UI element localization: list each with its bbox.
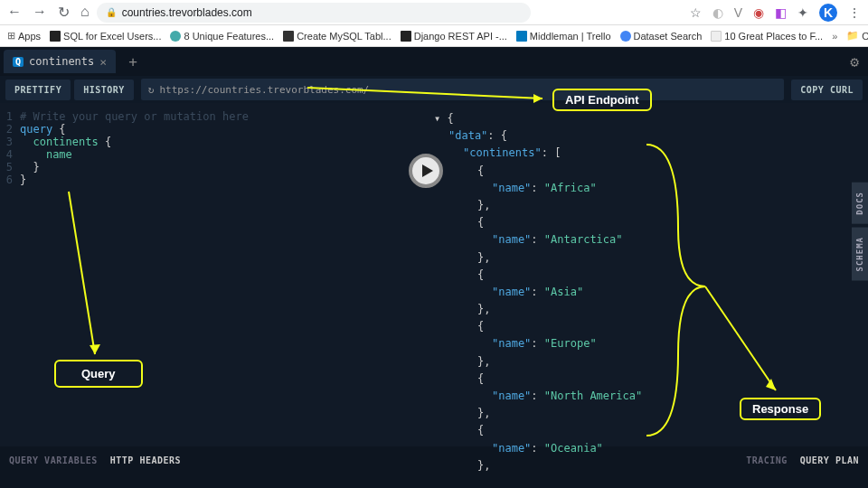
bookmark-item[interactable]: 10 Great Places to F... <box>711 31 823 42</box>
tab-label: continents <box>29 55 94 68</box>
response-pane: ▾ {"data": {"continents": [{"name": "Afr… <box>425 103 868 446</box>
panes: 1# Write your query or mutation here2que… <box>0 103 868 446</box>
add-tab-button[interactable]: + <box>121 50 145 73</box>
forward-icon[interactable]: → <box>33 4 47 21</box>
prettify-button[interactable]: PRETTIFY <box>5 80 71 100</box>
endpoint-text: https://countries.trevorblades.com/ <box>159 84 369 96</box>
menu-icon[interactable]: ⋮ <box>848 5 861 20</box>
ext-icon[interactable]: ◐ <box>712 5 723 20</box>
other-bookmarks[interactable]: 📁Other bookmarks <box>846 30 868 42</box>
annotation-endpoint: API Endpoint <box>552 89 652 111</box>
apps-button[interactable]: ⊞Apps <box>7 30 41 42</box>
schema-tab[interactable]: SCHEMA <box>852 228 868 281</box>
docs-tab[interactable]: DOCS <box>852 183 868 224</box>
profile-avatar[interactable]: K <box>819 4 837 22</box>
query-tab[interactable]: Q continents × <box>4 50 116 73</box>
tab-row: Q continents × + ⚙ <box>0 47 868 76</box>
overflow-icon[interactable]: » <box>832 31 837 42</box>
back-icon[interactable]: ← <box>7 4 22 21</box>
home-icon[interactable]: ⌂ <box>80 4 90 21</box>
browser-address-bar: ← → ↻ ⌂ 🔒 countries.trevorblades.com ☆ ◐… <box>0 0 868 25</box>
close-icon[interactable]: × <box>99 55 107 69</box>
query-editor[interactable]: 1# Write your query or mutation here2que… <box>0 103 425 446</box>
graphql-playground: Q continents × + ⚙ PRETTIFY HISTORY ↻ ht… <box>0 47 868 488</box>
bookmark-item[interactable]: SQL for Excel Users... <box>50 31 161 42</box>
folder-icon: 📁 <box>846 30 859 42</box>
reload-icon: ↻ <box>148 84 155 96</box>
gear-icon[interactable]: ⚙ <box>850 53 859 70</box>
chrome-actions: ☆ ◐ V ◉ ◧ ✦ K ⋮ <box>690 4 861 22</box>
lock-icon: 🔒 <box>106 7 117 17</box>
side-tabs: DOCS SCHEMA <box>852 183 868 280</box>
query-variables-tab[interactable]: QUERY VARIABLES <box>9 455 98 465</box>
extensions-icon[interactable]: ✦ <box>797 5 808 20</box>
endpoint-input[interactable]: ↻ https://countries.trevorblades.com/ <box>141 79 784 100</box>
annotation-response: Response <box>740 398 821 420</box>
bookmark-item[interactable]: Dataset Search <box>620 31 703 42</box>
ext-icon[interactable]: ◧ <box>775 5 787 20</box>
bookmark-item[interactable]: 8 Unique Features... <box>170 31 274 42</box>
url-input[interactable]: 🔒 countries.trevorblades.com <box>97 3 531 23</box>
play-button[interactable] <box>409 154 443 188</box>
ext-icon[interactable]: ◉ <box>753 5 764 20</box>
toolbar: PRETTIFY HISTORY ↻ https://countries.tre… <box>0 76 868 103</box>
annotation-query: Query <box>54 360 143 388</box>
url-text: countries.trevorblades.com <box>122 6 252 19</box>
query-badge-icon: Q <box>13 57 24 67</box>
copy-curl-button[interactable]: COPY CURL <box>791 80 863 100</box>
bookmark-item[interactable]: Django REST API -... <box>401 31 507 42</box>
bookmark-bar: ⊞Apps SQL for Excel Users... 8 Unique Fe… <box>0 25 868 47</box>
star-icon[interactable]: ☆ <box>690 5 702 20</box>
http-headers-tab[interactable]: HTTP HEADERS <box>110 455 181 465</box>
bookmark-item[interactable]: Create MySQL Tabl... <box>283 31 392 42</box>
history-button[interactable]: HISTORY <box>74 80 134 100</box>
ext-icon[interactable]: V <box>734 5 742 20</box>
bookmark-item[interactable]: Middleman | Trello <box>516 31 611 42</box>
reload-icon[interactable]: ↻ <box>58 4 70 21</box>
nav-arrows: ← → ↻ ⌂ <box>7 4 90 21</box>
